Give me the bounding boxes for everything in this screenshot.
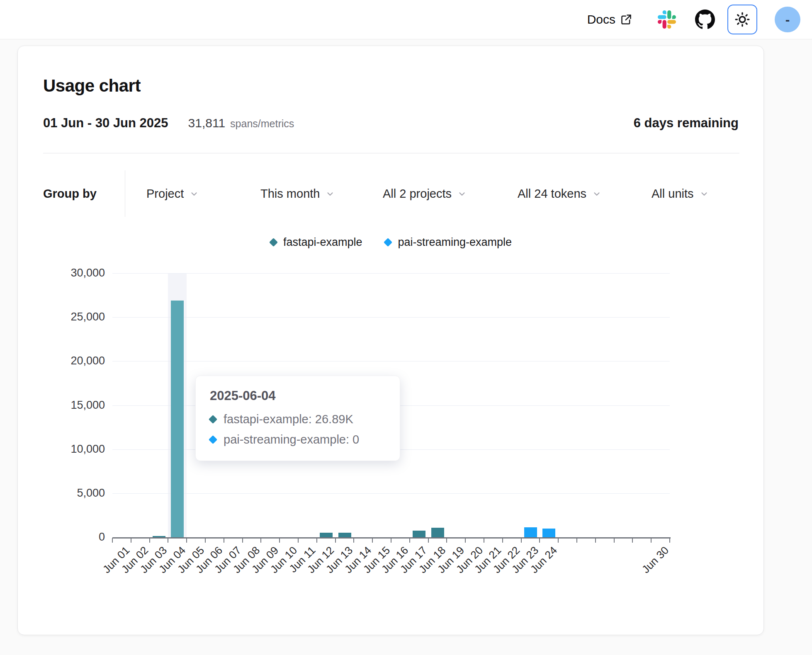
group-by-label: Group by — [43, 187, 97, 201]
chevron-down-icon — [190, 189, 199, 199]
period-value: This month — [260, 187, 320, 201]
tooltip-row: pai-streaming-example: 0 — [210, 433, 386, 446]
y-axis-label: 10,000 — [22, 443, 105, 456]
x-axis-tick — [539, 538, 540, 543]
x-axis-tick — [353, 538, 354, 543]
slack-icon[interactable] — [658, 10, 676, 29]
spans-count: 31,811 — [188, 116, 226, 130]
y-axis-label: 20,000 — [22, 354, 105, 367]
legend-item-pai-streaming[interactable]: pai-streaming-example — [385, 236, 512, 249]
bar-pai-streaming-example-jun-23[interactable] — [524, 527, 537, 537]
x-axis-tick — [279, 538, 280, 543]
divider — [43, 153, 739, 153]
gridline — [112, 361, 670, 361]
units-value: All units — [652, 187, 694, 201]
y-axis-label: 15,000 — [22, 399, 105, 412]
gridline — [112, 493, 670, 494]
projects-dropdown[interactable]: All 2 projects — [383, 187, 467, 201]
x-axis-tick — [669, 538, 670, 543]
gridline — [112, 317, 670, 318]
y-axis-label: 25,000 — [22, 311, 105, 323]
x-axis-tick — [632, 538, 633, 543]
filter-divider — [125, 170, 125, 217]
group-by-value: Project — [146, 187, 184, 201]
x-axis-tick — [298, 538, 299, 543]
days-remaining: 6 days remaining — [634, 116, 739, 131]
y-axis-label: 5,000 — [22, 487, 105, 500]
tooltip-text-1: fastapi-example: 26.89K — [224, 412, 353, 426]
x-axis-tick — [242, 538, 243, 543]
x-axis-tick — [149, 538, 150, 543]
y-axis-label: 0 — [22, 531, 105, 543]
chevron-down-icon — [457, 189, 467, 199]
tooltip-date: 2025-06-04 — [210, 388, 386, 403]
x-axis-tick — [484, 538, 484, 543]
x-axis-tick — [428, 538, 429, 543]
x-axis-line — [112, 537, 671, 539]
legend-label-2: pai-streaming-example — [398, 236, 512, 249]
spans-unit: spans/metrics — [230, 118, 294, 130]
x-axis-tick — [260, 538, 261, 543]
external-link-icon — [620, 14, 632, 25]
x-axis-tick — [168, 538, 168, 543]
group-by-dropdown[interactable]: Project — [146, 187, 199, 201]
legend-label-1: fastapi-example — [283, 236, 362, 249]
docs-label: Docs — [587, 12, 615, 27]
user-avatar[interactable]: - — [775, 7, 800, 32]
chevron-down-icon — [326, 189, 335, 199]
x-axis-tick — [112, 538, 113, 543]
x-axis-tick — [372, 538, 373, 543]
tooltip-swatch-1 — [209, 415, 217, 424]
period-dropdown[interactable]: This month — [260, 187, 335, 201]
gridline — [112, 273, 670, 274]
theme-toggle-button[interactable] — [727, 5, 757, 34]
tooltip-swatch-2 — [209, 435, 217, 444]
bar-fastapi-example-jun-18[interactable] — [431, 528, 444, 537]
x-axis-tick — [595, 538, 596, 543]
usage-card: Usage chart 01 Jun - 30 Jun 2025 31,811 … — [17, 46, 764, 635]
filter-row: Group by Project This month All 2 projec… — [18, 170, 764, 217]
github-icon[interactable] — [695, 10, 715, 29]
date-range: 01 Jun - 30 Jun 2025 — [43, 116, 168, 131]
x-axis-tick — [614, 538, 615, 543]
x-axis-tick — [131, 538, 131, 543]
x-axis-tick — [224, 538, 224, 543]
tooltip-row: fastapi-example: 26.89K — [210, 412, 386, 426]
avatar-label: - — [785, 12, 790, 27]
x-axis-tick — [502, 538, 503, 543]
docs-link[interactable]: Docs — [587, 12, 632, 27]
x-axis-label: Jun 30 — [639, 544, 671, 576]
bar-fastapi-example-jun-13[interactable] — [338, 533, 351, 537]
tokens-value: All 24 tokens — [518, 187, 586, 201]
legend-swatch-1 — [269, 238, 278, 247]
x-axis-tick — [576, 538, 577, 543]
top-bar: Docs - — [0, 0, 812, 39]
y-axis-label: 30,000 — [22, 267, 105, 279]
projects-value: All 2 projects — [383, 187, 452, 201]
chevron-down-icon — [700, 189, 709, 199]
chevron-down-icon — [592, 189, 601, 199]
x-axis-tick — [465, 538, 466, 543]
chart-tooltip: 2025-06-04 fastapi-example: 26.89K pai-s… — [195, 376, 400, 461]
x-axis-tick — [335, 538, 336, 543]
x-axis-tick — [558, 538, 559, 543]
date-row: 01 Jun - 30 Jun 2025 31,811 spans/metric… — [43, 116, 294, 131]
bar-fastapi-example-jun-17[interactable] — [413, 531, 425, 537]
bar-fastapi-example-jun-04[interactable] — [171, 301, 184, 537]
x-axis-tick — [205, 538, 206, 543]
x-axis-tick — [409, 538, 410, 543]
x-axis-tick — [521, 538, 522, 543]
x-axis-tick — [446, 538, 447, 543]
page-title: Usage chart — [43, 76, 141, 96]
x-axis-tick — [316, 538, 317, 543]
tokens-dropdown[interactable]: All 24 tokens — [518, 187, 601, 201]
x-axis-tick — [186, 538, 187, 543]
units-dropdown[interactable]: All units — [652, 187, 709, 201]
legend-item-fastapi[interactable]: fastapi-example — [270, 236, 362, 249]
bar-fastapi-example-jun-12[interactable] — [320, 533, 333, 537]
tooltip-text-2: pai-streaming-example: 0 — [224, 433, 359, 446]
sun-icon — [735, 12, 750, 27]
x-axis-tick — [651, 538, 652, 543]
legend-swatch-2 — [384, 238, 392, 247]
bar-pai-streaming-example-jun-24[interactable] — [542, 529, 555, 537]
